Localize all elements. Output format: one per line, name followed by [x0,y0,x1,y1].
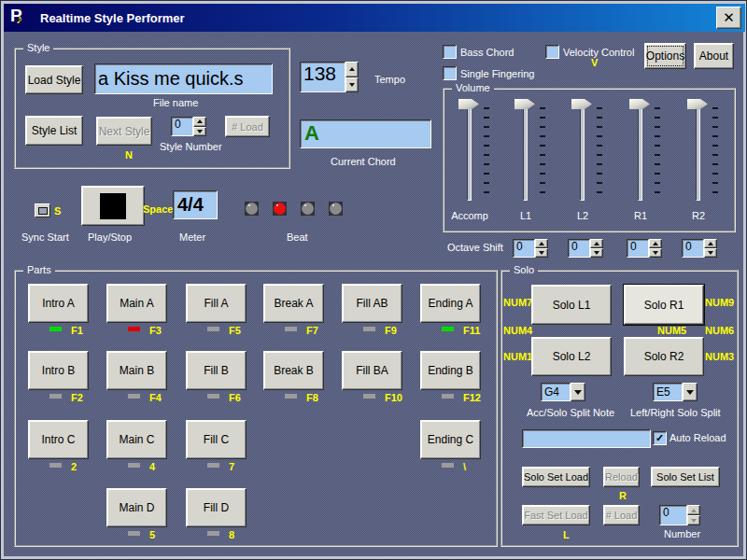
slider-thumb[interactable] [571,99,592,109]
spin-down-button[interactable] [704,248,717,258]
part-button-main-b[interactable]: Main B [106,351,167,390]
dropdown-arrow-button[interactable] [683,383,698,401]
part-button-intro-b[interactable]: Intro B [28,351,89,390]
solo-l2-button[interactable]: Solo L2 [531,337,612,376]
slider-thumb[interactable] [687,99,708,109]
part-button-fill-ba[interactable]: Fill BA [342,351,402,390]
solo-set-load-button[interactable]: Solo Set Load [522,467,590,487]
slider-label-l2: L2 [552,210,613,221]
part-button-main-d[interactable]: Main D [106,488,167,527]
style-num-load-button[interactable]: # Load [225,116,270,137]
current-chord-label: Current Chord [331,156,396,167]
slider-track [523,104,528,201]
num3-key-label: NUM3 [705,351,734,362]
part-button-fill-ab[interactable]: Fill AB [342,284,402,323]
file-name-field[interactable]: a Kiss me quick.s [94,63,273,94]
about-button[interactable]: About [694,43,734,69]
tempo-spinner[interactable]: 138 [300,62,359,92]
part-button-ending-c[interactable]: Ending C [420,420,481,459]
next-style-button[interactable]: Next Style [96,117,152,146]
acc-split-dropdown[interactable]: G4 [541,383,585,401]
solo-set-list-button[interactable]: Solo Set List [651,467,720,487]
part-key-label: \ [463,461,466,472]
part-key-label: 4 [149,461,155,472]
spin-up-button[interactable] [704,239,717,248]
part-button-ending-a[interactable]: Ending A [420,284,481,323]
octave-spinner-r1[interactable]: 0 [627,239,662,258]
slider-thumb[interactable] [458,99,479,109]
part-button-break-a[interactable]: Break A [263,284,324,323]
up-arrow-icon [197,119,203,123]
bass-chord-checkbox[interactable] [443,45,457,59]
sync-start-button[interactable] [35,203,50,217]
part-button-ending-b[interactable]: Ending B [420,351,481,390]
window-title: Realtime Style Performer [40,11,185,25]
part-button-break-b[interactable]: Break B [263,351,324,390]
slider-ticks [712,107,718,201]
octave-spinner-l[interactable]: 0 [568,239,603,258]
dropdown-arrow-button[interactable] [571,383,585,401]
load-style-button[interactable]: Load Style [25,65,83,94]
style-number-spinner[interactable]: 0 [171,117,206,136]
octave-spinner-r2[interactable]: 0 [682,239,717,258]
spin-down-button[interactable] [590,248,603,258]
part-key-label: F11 [463,325,480,336]
stop-square-icon [100,193,126,219]
spin-up-button[interactable] [687,505,700,515]
part-button-intro-c[interactable]: Intro C [28,420,89,459]
title-bar[interactable]: P ♪ Realtime Style Performer ✕ [4,4,745,32]
part-key-label: F9 [385,325,397,336]
play-stop-button[interactable] [81,186,145,226]
part-button-fill-a[interactable]: Fill A [186,284,247,323]
style-list-button[interactable]: Style List [25,116,83,146]
part-button-main-a[interactable]: Main A [106,284,167,323]
spin-down-button[interactable] [687,515,700,525]
spin-up-button[interactable] [193,117,206,127]
velocity-control-checkbox[interactable] [545,45,559,59]
solo-r1-button[interactable]: Solo R1 [624,285,704,325]
close-button[interactable]: ✕ [716,7,741,29]
spin-down-button[interactable] [193,127,206,137]
part-led [285,327,297,331]
part-led [207,327,219,331]
velocity-key-label: V [591,57,598,68]
part-led [128,394,140,399]
volume-slider-l1[interactable] [514,96,549,208]
lr-split-dropdown[interactable]: E5 [653,383,698,401]
spin-up-button[interactable] [535,239,548,248]
acc-split-label: Acc/Solo Split Note [527,407,614,418]
volume-slider-r2[interactable] [686,96,722,208]
spin-down-button[interactable] [345,77,359,93]
auto-reload-checkbox[interactable]: ✓ [653,431,667,445]
reload-button[interactable]: Reload [603,467,640,487]
spin-down-button[interactable] [535,248,548,258]
volume-slider-r1[interactable] [628,96,664,208]
part-button-fill-d[interactable]: Fill D [186,488,247,527]
spin-up-button[interactable] [590,239,603,248]
spin-up-button[interactable] [649,239,662,248]
part-led [128,531,140,536]
solo-set-field[interactable] [522,429,651,448]
spin-up-button[interactable] [345,62,359,77]
octave-spinner-accomp[interactable]: 0 [513,239,548,258]
number-label: Number [664,528,700,539]
slider-thumb[interactable] [514,99,535,109]
fast-set-load-button[interactable]: Fast Set Load [522,505,590,525]
options-button[interactable]: Options [644,43,686,69]
solo-l1-button[interactable]: Solo L1 [531,285,612,325]
num9-key-label: NUM9 [705,297,734,308]
part-button-fill-c[interactable]: Fill C [186,420,247,459]
solo-num-load-button[interactable]: # Load [603,505,640,525]
volume-slider-l2[interactable] [571,96,606,208]
number-spinner[interactable]: 0 [659,505,700,525]
volume-slider-accomp[interactable] [458,96,493,208]
auto-reload-label: Auto Reload [669,432,726,443]
slider-label-r2: R2 [668,210,729,221]
part-button-intro-a[interactable]: Intro A [28,284,89,323]
solo-r2-button[interactable]: Solo R2 [624,337,704,376]
part-button-fill-b[interactable]: Fill B [186,351,247,390]
slider-thumb[interactable] [629,99,650,109]
spin-down-button[interactable] [649,248,662,258]
part-button-main-c[interactable]: Main C [106,420,167,459]
single-fingering-checkbox[interactable] [443,66,457,80]
